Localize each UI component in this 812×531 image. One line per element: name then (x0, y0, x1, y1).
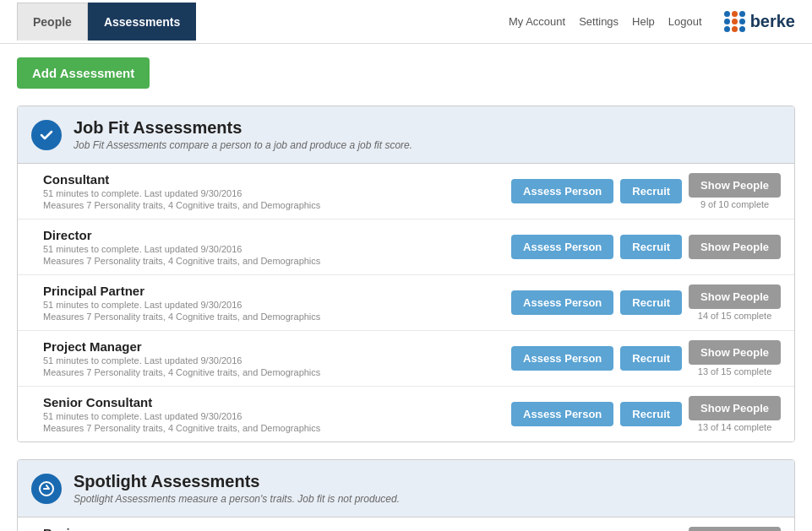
nav-bar: People Assessments My Account Settings H… (0, 0, 812, 44)
assess-person-button[interactable]: Assess Person (511, 179, 613, 203)
nav-tabs: People Assessments (17, 3, 196, 41)
section-title-spotlight: Spotlight Assessments (74, 472, 400, 491)
row-actions: Assess PersonRecruitShow People13 of 15 … (511, 340, 781, 377)
section-header-spotlight: Spotlight AssessmentsSpotlight Assessmen… (18, 460, 794, 517)
show-people-wrap: Show People9 of 10 complete (689, 173, 781, 209)
add-assessment-button[interactable]: Add Assessment (17, 57, 150, 89)
table-row: Principal Partner51 minutes to complete.… (18, 275, 794, 331)
section-job-fit: Job Fit AssessmentsJob Fit Assessments c… (17, 106, 795, 442)
assessment-name: Senior Consultant (43, 395, 511, 409)
show-people-button[interactable]: Show People (689, 527, 781, 531)
berke-logo-dots (724, 11, 745, 32)
assessment-name: Project Manager (43, 339, 511, 354)
berke-logo: berke (724, 11, 795, 32)
table-row: Senior Consultant51 minutes to complete.… (18, 387, 794, 442)
logout-link[interactable]: Logout (668, 15, 702, 28)
assessment-meta-time: 51 minutes to complete. Last updated 9/3… (43, 355, 511, 366)
tab-assessments[interactable]: Assessments (88, 3, 196, 41)
assessment-meta-traits: Measures 7 Personality traits, 4 Cogniti… (43, 200, 511, 210)
show-people-wrap: Show People14 of 15 complete (689, 284, 781, 321)
row-info: Director51 minutes to complete. Last upd… (43, 228, 511, 266)
show-people-button[interactable]: Show People (689, 340, 781, 365)
assessment-meta-time: 51 minutes to complete. Last updated 9/3… (43, 300, 511, 310)
assessment-name: Director (43, 228, 511, 242)
recruit-button[interactable]: Recruit (620, 235, 682, 259)
show-people-wrap: Show People (689, 235, 781, 259)
assessment-meta-traits: Measures 7 Personality traits, 4 Cogniti… (43, 423, 511, 433)
show-people-button[interactable]: Show People (689, 173, 781, 198)
assessment-name: Principal Partner (43, 284, 511, 298)
section-subtitle-job-fit: Job Fit Assessments compare a person to … (74, 139, 412, 151)
row-info: Principal Partner51 minutes to complete.… (43, 284, 511, 322)
help-link[interactable]: Help (632, 15, 655, 28)
assess-person-button[interactable]: Assess Person (511, 402, 613, 426)
section-spotlight: Spotlight AssessmentsSpotlight Assessmen… (17, 459, 795, 531)
section-title-group-spotlight: Spotlight AssessmentsSpotlight Assessmen… (74, 472, 400, 505)
my-account-link[interactable]: My Account (509, 15, 565, 28)
sections-container: Job Fit AssessmentsJob Fit Assessments c… (17, 106, 795, 531)
table-row: Consultant51 minutes to complete. Last u… (18, 164, 794, 219)
recruit-button[interactable]: Recruit (620, 402, 682, 426)
checkmark-icon (31, 120, 62, 150)
complete-count: 9 of 10 complete (700, 199, 769, 209)
show-people-wrap: Show People13 of 15 complete (689, 340, 781, 377)
arrow-icon (31, 474, 62, 504)
row-actions: Assess PersonRecruitShow People1 of 1 co… (511, 527, 781, 531)
assessment-meta-traits: Measures 7 Personality traits, 4 Cogniti… (43, 256, 511, 266)
section-header-job-fit: Job Fit AssessmentsJob Fit Assessments c… (18, 106, 794, 164)
recruit-button[interactable]: Recruit (620, 179, 682, 203)
row-actions: Assess PersonRecruitShow People14 of 15 … (511, 284, 781, 321)
assessment-meta-traits: Measures 7 Personality traits, 4 Cogniti… (43, 312, 511, 322)
section-title-job-fit: Job Fit Assessments (74, 118, 412, 138)
assess-person-button[interactable]: Assess Person (511, 235, 613, 259)
table-row: Project Manager51 minutes to complete. L… (18, 331, 794, 387)
show-people-button[interactable]: Show People (689, 396, 781, 420)
complete-count: 13 of 15 complete (698, 366, 771, 377)
section-title-group-job-fit: Job Fit AssessmentsJob Fit Assessments c… (74, 118, 412, 151)
complete-count: 13 of 14 complete (698, 422, 771, 432)
show-people-button[interactable]: Show People (689, 235, 781, 259)
assess-person-button[interactable]: Assess Person (511, 346, 613, 371)
main-content: Add Assessment Job Fit AssessmentsJob Fi… (0, 44, 812, 531)
section-subtitle-spotlight: Spotlight Assessments measure a person's… (74, 493, 400, 505)
tab-people[interactable]: People (17, 3, 88, 41)
assessment-name: Consultant (43, 172, 511, 187)
assessment-meta-traits: Measures 7 Personality traits, 4 Cogniti… (43, 367, 511, 377)
assessment-meta-time: 51 minutes to complete. Last updated 9/3… (43, 244, 511, 254)
row-info: Senior Consultant51 minutes to complete.… (43, 395, 511, 433)
assessment-meta-time: 51 minutes to complete. Last updated 9/3… (43, 411, 511, 421)
row-actions: Assess PersonRecruitShow People13 of 14 … (511, 396, 781, 432)
show-people-button[interactable]: Show People (689, 284, 781, 309)
row-info: Project Manager51 minutes to complete. L… (43, 339, 511, 377)
table-row: Director51 minutes to complete. Last upd… (18, 219, 794, 275)
row-info: Consultant51 minutes to complete. Last u… (43, 172, 511, 210)
show-people-wrap: Show People13 of 14 complete (689, 396, 781, 432)
assess-person-button[interactable]: Assess Person (511, 290, 613, 315)
berke-logo-text: berke (750, 12, 795, 31)
nav-right: My Account Settings Help Logout berke (509, 11, 795, 32)
row-actions: Assess PersonRecruitShow People (511, 235, 781, 259)
assessment-name: Basic (43, 526, 511, 531)
table-row: Basic46 minutes to complete. Last update… (18, 517, 794, 531)
assessment-meta-time: 51 minutes to complete. Last updated 9/3… (43, 188, 511, 198)
complete-count: 14 of 15 complete (698, 311, 771, 321)
row-actions: Assess PersonRecruitShow People9 of 10 c… (511, 173, 781, 209)
row-info: Basic46 minutes to complete. Last update… (43, 526, 511, 531)
show-people-wrap: Show People1 of 1 complete (689, 527, 781, 531)
recruit-button[interactable]: Recruit (620, 290, 682, 315)
settings-link[interactable]: Settings (579, 15, 619, 28)
recruit-button[interactable]: Recruit (620, 346, 682, 371)
